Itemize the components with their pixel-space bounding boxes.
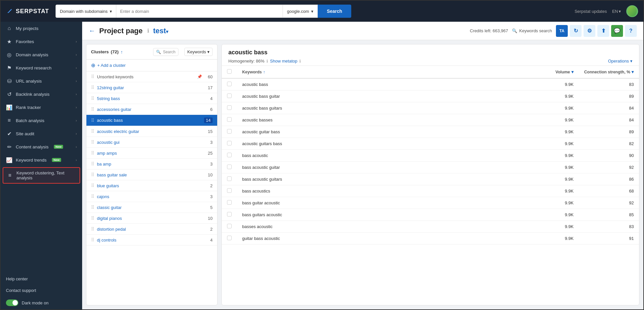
domain-type-select[interactable]: Domain with subdomains ▾ [56, 5, 116, 18]
row-checkbox[interactable] [227, 176, 232, 181]
search-button[interactable]: Search [318, 5, 352, 18]
operations-button[interactable]: Operations ▾ [608, 59, 632, 64]
row-checkbox-cell[interactable] [222, 173, 237, 185]
th-checkbox[interactable] [222, 66, 237, 78]
cluster-search[interactable]: 🔍 Search [153, 48, 178, 56]
info-icon[interactable]: ℹ [147, 28, 149, 34]
message-button[interactable]: 💬 [611, 25, 623, 37]
cluster-row-distortion-pedal[interactable]: ⠿ distortion pedal 2 [86, 224, 217, 235]
keywords-search-trigger[interactable]: 🔍 Keywords search [512, 28, 552, 33]
cluster-row-amp-amps[interactable]: ⠿ amp amps 25 [86, 148, 217, 159]
row-checkbox[interactable] [227, 93, 232, 98]
row-checkbox-cell[interactable] [222, 197, 237, 209]
sort-icon[interactable]: ↑ [121, 49, 123, 55]
cluster-row-ba-amp[interactable]: ⠿ ba amp 3 [86, 159, 217, 169]
avatar[interactable] [626, 5, 638, 17]
row-checkbox[interactable] [227, 236, 232, 240]
header-right: Credits left: 663,967 🔍 Keywords search … [470, 25, 637, 37]
help-center-link[interactable]: Help center [1, 273, 82, 285]
cluster-row-acoustic-gui[interactable]: ⠿ acoustic gui 3 [86, 137, 217, 148]
url-icon: ⛁ [6, 78, 12, 84]
sidebar-item-domain-analysis[interactable]: ◎ Domain analysis › [1, 48, 82, 61]
row-checkbox-cell[interactable] [222, 102, 237, 114]
cluster-name: Unsorted keywords [97, 74, 193, 79]
add-cluster-button[interactable]: ⊕ + Add a cluster [86, 60, 217, 71]
row-checkbox[interactable] [227, 82, 232, 86]
row-checkbox-cell[interactable] [222, 90, 237, 102]
cluster-row-dj-controls[interactable]: ⠿ dj controls 4 [86, 235, 217, 245]
cluster-row-classic-guitar[interactable]: ⠿ classic guitar 5 [86, 202, 217, 213]
dark-mode-toggle[interactable]: Dark mode on [1, 296, 82, 309]
row-checkbox[interactable] [227, 224, 232, 228]
cluster-row-digital-pianos[interactable]: ⠿ digital pianos 10 [86, 213, 217, 224]
cluster-count: 4 [205, 238, 213, 243]
cluster-row-accessories[interactable]: ⠿ accessories guitar 6 [86, 104, 217, 115]
row-checkbox[interactable] [227, 129, 232, 134]
serpstat-updates-link[interactable]: Serpstat updates [575, 9, 607, 14]
sidebar-item-site-audit[interactable]: ✔ Site audit › [1, 127, 82, 140]
cluster-row-cajons[interactable]: ⠿ cajons 3 [86, 191, 217, 202]
domain-type-label: Domain with subdomains [60, 9, 107, 14]
th-keywords[interactable]: Keywords ↑ [237, 66, 540, 78]
sidebar-item-rank-tracker[interactable]: 📊 Rank tracker › [1, 101, 82, 114]
back-button[interactable]: ← [89, 27, 95, 35]
row-checkbox-cell[interactable] [222, 126, 237, 138]
sidebar-item-keyword-research[interactable]: ⚑ Keyword research › [1, 61, 82, 74]
settings-button[interactable]: ⚙ [584, 25, 595, 37]
sidebar-item-favorites[interactable]: ★ Favorites › [1, 35, 82, 48]
table-row: acoustic bass guitar 9.9K 89 [222, 90, 639, 102]
sidebar-item-my-projects[interactable]: ⌂ My projects [1, 22, 82, 35]
row-checkbox[interactable] [227, 212, 232, 217]
sidebar-item-url-analysis[interactable]: ⛁ URL analysis › [1, 74, 82, 88]
row-checkbox-cell[interactable] [222, 233, 237, 245]
row-checkbox-cell[interactable] [222, 78, 237, 90]
language-selector[interactable]: EN ▾ [612, 9, 621, 14]
ta-button[interactable]: TA [556, 25, 568, 37]
contact-support-link[interactable]: Contact support [1, 285, 82, 296]
show-metatop-button[interactable]: Show metatop [270, 59, 297, 64]
google-selector[interactable]: google.com ▾ [283, 5, 317, 18]
table-row: bass acoustics 9.9K 68 [222, 185, 639, 197]
sidebar-item-backlink-analysis[interactable]: ↺ Backlink analysis › [1, 88, 82, 101]
sidebar-item-keyword-trends[interactable]: 📈 Keyword trends New › [1, 153, 82, 167]
header-checkbox[interactable] [227, 69, 232, 74]
logo[interactable]: ⟋ SERPSTAT [6, 7, 49, 15]
row-checkbox-cell[interactable] [222, 185, 237, 197]
cluster-count: 14 [204, 117, 213, 123]
cluster-row-blue-guitars[interactable]: ⠿ blue guitars 2 [86, 180, 217, 191]
row-checkbox[interactable] [227, 117, 232, 122]
export-button[interactable]: ⬆ [597, 25, 609, 37]
row-checkbox-cell[interactable] [222, 162, 237, 173]
cluster-row-12string[interactable]: ⠿ 12string guitar 17 [86, 82, 217, 93]
row-checkbox[interactable] [227, 188, 232, 193]
volume-cell: 9.9K [540, 197, 579, 209]
cluster-row-acoustic-bass[interactable]: ⠿ acoustic bass 14 [86, 115, 217, 126]
table-row: basses acoustic 9.9K 83 [222, 221, 639, 233]
row-checkbox[interactable] [227, 200, 232, 205]
sidebar-item-batch-analysis[interactable]: ≡ Batch analysis › [1, 114, 82, 127]
help-button[interactable]: ? [625, 25, 637, 37]
row-checkbox[interactable] [227, 165, 232, 169]
row-checkbox[interactable] [227, 105, 232, 110]
sidebar-item-keyword-clustering[interactable]: ≡ Keyword clustering, Text analysis [3, 167, 80, 184]
row-checkbox[interactable] [227, 141, 232, 145]
cluster-row-acoustic-electric[interactable]: ⠿ acoustic electric guitar 15 [86, 126, 217, 137]
keywords-dropdown[interactable]: Keywords ▾ [184, 48, 213, 56]
sidebar-item-content-analysis[interactable]: ✏ Content analysis New › [1, 140, 82, 153]
drag-icon: ⠿ [91, 226, 94, 232]
th-connection-strength[interactable]: Connection strength, % ▾ [579, 66, 639, 78]
cluster-row-unsorted[interactable]: ⠿ Unsorted keywords 📌 60 [86, 71, 217, 82]
cluster-row-5string[interactable]: ⠿ 5string bass 4 [86, 93, 217, 104]
domain-input[interactable] [116, 5, 283, 18]
row-checkbox-cell[interactable] [222, 209, 237, 221]
th-volume[interactable]: Volume ▾ [540, 66, 579, 78]
cluster-row-bass-guitar-sale[interactable]: ⠿ bass guitar sale 10 [86, 169, 217, 180]
row-checkbox-cell[interactable] [222, 138, 237, 150]
toggle-switch[interactable] [6, 299, 18, 306]
row-checkbox[interactable] [227, 153, 232, 157]
row-checkbox-cell[interactable] [222, 150, 237, 162]
row-checkbox-cell[interactable] [222, 114, 237, 126]
project-name[interactable]: test▾ [153, 27, 168, 35]
refresh-button[interactable]: ↻ [570, 25, 582, 37]
row-checkbox-cell[interactable] [222, 221, 237, 233]
